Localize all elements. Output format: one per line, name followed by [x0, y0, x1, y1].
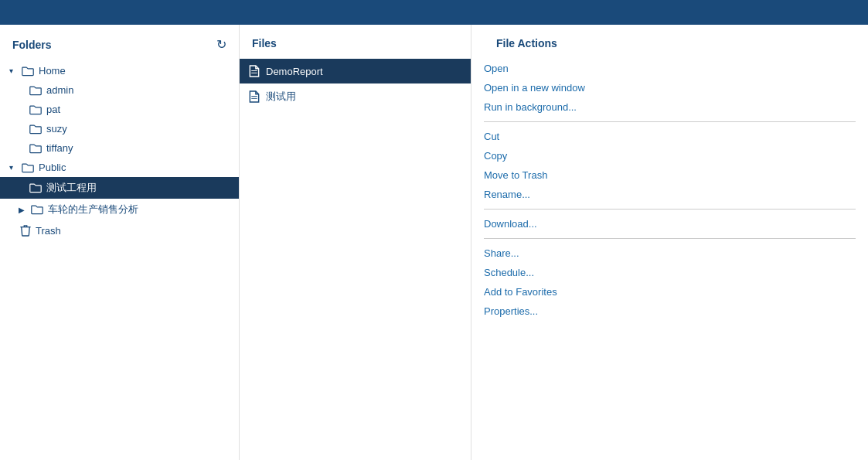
folder-icon-chelun	[31, 204, 43, 215]
folder-icon-public	[22, 162, 34, 173]
files-panel: Files DemoReport 测试用	[240, 25, 471, 460]
tree-label-suzy: suzy	[46, 123, 67, 135]
file-actions-panel: File Actions Open Open in a new window R…	[471, 25, 868, 460]
folder-icon-pat	[29, 104, 42, 115]
action-open-new-window[interactable]: Open in a new window	[484, 78, 856, 97]
action-run-background[interactable]: Run in background...	[484, 97, 856, 117]
file-label-ceshiyong: 测试用	[266, 90, 296, 104]
folder-icon-suzy	[29, 124, 42, 135]
tree-item-public[interactable]: ▾ Public	[0, 158, 239, 177]
tree-item-tiffany[interactable]: tiffany	[0, 138, 239, 158]
action-properties[interactable]: Properties...	[484, 302, 856, 321]
tree-item-suzy[interactable]: suzy	[0, 119, 239, 138]
tree-item-trash[interactable]: Trash	[0, 220, 239, 240]
chevron-chelun: ▶	[19, 206, 29, 214]
tree-item-pat[interactable]: pat	[0, 100, 239, 119]
folder-icon-tiffany	[29, 143, 42, 154]
action-move-to-trash[interactable]: Move to Trash	[484, 165, 856, 185]
action-download[interactable]: Download...	[484, 214, 856, 233]
action-cut[interactable]: Cut	[484, 127, 856, 146]
action-add-favorites[interactable]: Add to Favorites	[484, 282, 856, 302]
action-schedule[interactable]: Schedule...	[484, 263, 856, 282]
refresh-icon[interactable]: ↻	[216, 37, 226, 52]
divider-2	[484, 209, 856, 210]
tree-label-tiffany: tiffany	[46, 142, 73, 154]
tree-item-chelun[interactable]: ▶ 车轮的生产销售分析	[0, 199, 239, 220]
action-copy[interactable]: Copy	[484, 146, 856, 165]
folder-icon-home	[22, 66, 34, 77]
tree-label-chelun: 车轮的生产销售分析	[48, 203, 138, 216]
file-label-demoreport: DemoReport	[266, 66, 323, 77]
action-rename[interactable]: Rename...	[484, 185, 856, 204]
chevron-public: ▾	[9, 163, 20, 172]
tree-label-home: Home	[39, 65, 66, 77]
top-bar	[0, 0, 868, 25]
actions-header: File Actions	[484, 31, 856, 59]
folders-header: Folders ↻	[0, 31, 239, 61]
tree-item-ceshigongchengyon[interactable]: 测试工程用	[0, 177, 239, 199]
file-icon-ceshiyong	[249, 90, 260, 103]
divider-3	[484, 238, 856, 239]
chevron-home: ▾	[9, 66, 20, 75]
tree-label-public: Public	[39, 162, 66, 173]
folders-title: Folders	[12, 39, 52, 51]
folders-panel: Folders ↻ ▾ Home admin	[0, 25, 240, 460]
folder-icon-ceshi	[29, 182, 42, 193]
folders-tree: ▾ Home admin pat	[0, 61, 239, 460]
tree-item-home[interactable]: ▾ Home	[0, 61, 239, 80]
tree-label-admin: admin	[46, 84, 73, 96]
files-title: Files	[252, 37, 277, 49]
file-icon-demoreport	[249, 65, 260, 77]
tree-label-trash: Trash	[36, 225, 61, 237]
tree-label-pat: pat	[46, 104, 60, 115]
action-share[interactable]: Share...	[484, 244, 856, 263]
file-item-demoreport[interactable]: DemoReport	[240, 59, 471, 83]
files-header: Files	[240, 31, 471, 59]
tree-item-admin[interactable]: admin	[0, 80, 239, 100]
divider-1	[484, 121, 856, 122]
main-content: Folders ↻ ▾ Home admin	[0, 25, 868, 460]
tree-label-ceshi: 测试工程用	[46, 181, 97, 195]
actions-title: File Actions	[496, 37, 557, 49]
trash-icon	[20, 224, 31, 237]
folder-icon-admin	[29, 85, 42, 96]
file-item-ceshiyong[interactable]: 测试用	[240, 83, 471, 110]
action-open[interactable]: Open	[484, 59, 856, 78]
